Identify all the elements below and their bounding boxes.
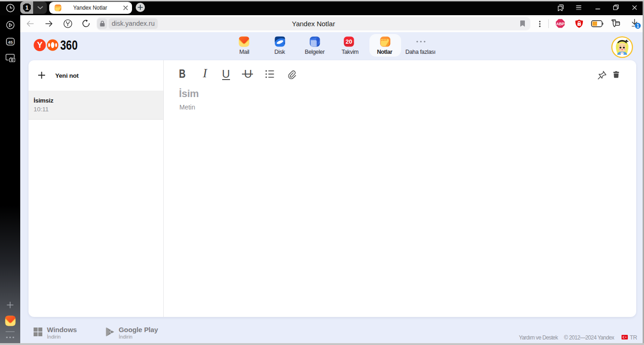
svg-text:20: 20 xyxy=(345,38,352,45)
svg-text:1: 1 xyxy=(25,5,29,11)
svg-text:1: 1 xyxy=(637,23,639,29)
svg-text:Y: Y xyxy=(37,40,42,50)
svg-text:ABP: ABP xyxy=(556,22,564,26)
svg-text:45: 45 xyxy=(8,40,13,45)
